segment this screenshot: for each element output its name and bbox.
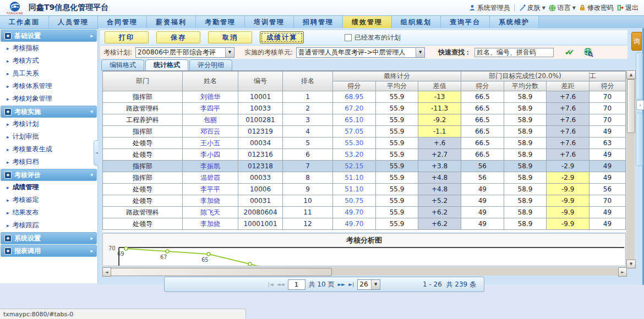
cell-name-link[interactable]: 李四平 bbox=[183, 103, 238, 114]
col-final-score[interactable]: 得分 bbox=[333, 81, 376, 91]
confirm-check-icon[interactable]: ✔✔ bbox=[565, 48, 571, 57]
vertical-scroll-thumb[interactable] bbox=[627, 79, 635, 133]
col-final-avg[interactable]: 平均分 bbox=[375, 81, 418, 91]
nav-tab-8[interactable]: 绩效管理 bbox=[343, 16, 392, 29]
scroll-down-icon[interactable]: ▼ bbox=[626, 260, 636, 268]
table-row-7[interactable]: 指挥部李振凯012318752.1555.9+3.85658.9-2.949 bbox=[103, 161, 626, 172]
sidebar-item-1-5[interactable]: ▸考核对象管理 bbox=[0, 92, 97, 105]
view-tab-1[interactable]: 编辑格式 bbox=[101, 59, 144, 70]
table-row-12[interactable]: 处领导李加烧100010011249.7055.9+6.24958.9-9.94… bbox=[103, 218, 626, 230]
query-side-tab[interactable]: 询 bbox=[631, 32, 642, 51]
nav-tab-10[interactable]: 查询平台 bbox=[441, 16, 490, 29]
cell-name-link[interactable]: 王小五 bbox=[183, 138, 238, 149]
nav-tab-6[interactable]: 培训管理 bbox=[245, 16, 294, 29]
cell-name-link[interactable]: 包丽 bbox=[183, 114, 238, 126]
table-row-5[interactable]: 处领导王小五00034555.3055.9+.666.558.9+7.663 bbox=[103, 138, 626, 149]
page-number-input[interactable] bbox=[288, 279, 305, 290]
sidebar-item-3-2[interactable]: ▸考核鉴定 bbox=[0, 194, 97, 206]
col-next-score[interactable]: 得分 bbox=[590, 81, 626, 91]
sidebar-group-5[interactable]: ◆报表调用▸ bbox=[1, 245, 97, 257]
skin-menu[interactable]: 皮肤▼ bbox=[519, 3, 545, 13]
current-user[interactable]: 系统管理员 bbox=[469, 3, 510, 13]
cell-name-link[interactable]: 李小四 bbox=[183, 149, 238, 161]
table-row-6[interactable]: 处领导李小四012316653.2055.9+2.766.558.9+7.649 bbox=[103, 149, 626, 161]
table-row-4[interactable]: 指挥部邓百云012319457.0555.9-1.166.558.9+7.649 bbox=[103, 126, 626, 138]
published-plan-checkbox[interactable] bbox=[345, 34, 352, 41]
col-name[interactable]: 姓名 bbox=[183, 72, 238, 91]
nav-tab-1[interactable]: 工作桌面 bbox=[0, 16, 49, 29]
unit-select[interactable]: 普通管理人员年度考评->中层管理人 ▼ bbox=[296, 47, 425, 58]
page-size-select[interactable]: 26 ▼ bbox=[357, 279, 380, 290]
tongxin-logo-icon bbox=[9, 1, 20, 12]
nav-tab-3[interactable]: 合同管理 bbox=[98, 16, 147, 29]
col-final-diff[interactable]: 差值 bbox=[418, 81, 461, 91]
sidebar-item-2-2[interactable]: ▸计划审批 bbox=[0, 130, 97, 143]
change-password[interactable]: 修改密码 bbox=[579, 3, 614, 13]
cell-name-link[interactable]: 李振凯 bbox=[183, 161, 238, 172]
cell-name-link[interactable]: 李加烧 bbox=[183, 195, 238, 207]
cell-name-link[interactable]: 陈飞天 bbox=[183, 207, 238, 218]
cell-name-link[interactable]: 李平平 bbox=[183, 184, 238, 195]
sidebar-group-4[interactable]: ◆系统设置▸ bbox=[1, 232, 97, 244]
nav-tab-4[interactable]: 薪资福利 bbox=[147, 16, 196, 29]
cancel-button[interactable]: 取消 bbox=[208, 31, 252, 43]
sidebar-group-3[interactable]: ◆考核评价▾ bbox=[1, 169, 97, 181]
table-row-9[interactable]: 处领导李平平10006951.1055.9+4.84958.9-9.956 bbox=[103, 184, 626, 195]
sidebar-item-3-4[interactable]: ▸考核跟踪 bbox=[0, 219, 97, 232]
view-tab-2[interactable]: 统计格式 bbox=[145, 59, 188, 70]
nav-tab-11[interactable]: 系统维护 bbox=[490, 16, 539, 29]
right-panel-strip[interactable] bbox=[636, 52, 643, 100]
quick-search-label: 快速查找： bbox=[438, 48, 471, 57]
horizontal-scroll-thumb[interactable] bbox=[111, 268, 332, 276]
sidebar-item-1-3[interactable]: ▸员工关系 bbox=[0, 67, 97, 80]
nav-tab-7[interactable]: 招聘管理 bbox=[294, 16, 343, 29]
right-panel-strip[interactable] bbox=[636, 113, 643, 166]
score-calc-button[interactable]: 成绩计算 bbox=[260, 31, 304, 43]
last-page-icon[interactable]: ►| bbox=[348, 282, 354, 287]
logout[interactable]: 退出 bbox=[617, 3, 638, 13]
plan-select[interactable]: 200806中层干部综合考评 ▼ bbox=[135, 47, 234, 58]
col-goal-gap[interactable]: 差距 bbox=[547, 81, 590, 91]
view-tab-3[interactable]: 评分明细 bbox=[189, 59, 232, 70]
sidebar-item-3-1[interactable]: ▸成绩管理 bbox=[0, 181, 97, 194]
search-globe-icon[interactable] bbox=[583, 47, 593, 57]
nav-tab-5[interactable]: 考勤管理 bbox=[196, 16, 245, 29]
sidebar-item-2-1[interactable]: ▸考核计划 bbox=[0, 118, 97, 130]
language-menu[interactable]: 语言▼ bbox=[549, 3, 576, 13]
next-page-icon[interactable]: ►► bbox=[337, 282, 345, 287]
quick-search-input[interactable] bbox=[474, 48, 554, 57]
scroll-up-icon[interactable]: ▲ bbox=[626, 70, 636, 79]
save-button[interactable]: 保存 bbox=[156, 31, 200, 43]
table-row-3[interactable]: 工程养护科包丽0100281365.1055.9-9.266.558.9+7.6… bbox=[103, 114, 626, 126]
col-dept[interactable]: 部门 bbox=[103, 72, 183, 91]
col-goal-score[interactable]: 得分 bbox=[461, 81, 504, 91]
col-goal-avg[interactable]: 平均分数 bbox=[504, 81, 547, 91]
cell-name-link[interactable]: 李加烧 bbox=[183, 218, 238, 230]
table-row-11[interactable]: 路政管理科陈飞天200806041149.7055.9+6.24958.9-9.… bbox=[103, 207, 626, 218]
right-panel-expand-icon[interactable]: › bbox=[636, 100, 644, 110]
cell-name-link[interactable]: 温碧霞 bbox=[183, 172, 238, 184]
cell-name-link[interactable]: 刘德华 bbox=[183, 91, 238, 103]
table-row-10[interactable]: 处领导李加烧000311050.7555.9+5.24958.9-9.970 bbox=[103, 195, 626, 207]
print-button[interactable]: 打印 bbox=[105, 31, 149, 43]
sidebar-group-1[interactable]: ◆基础设置▸ bbox=[1, 30, 97, 42]
sidebar-item-2-4[interactable]: ▸考核归档 bbox=[0, 156, 97, 168]
sidebar-item-2-3[interactable]: ▸考核量表生成 bbox=[0, 143, 97, 156]
table-row-1[interactable]: 指挥部刘德华10001168.9555.9-1366.558.9+7.670 bbox=[103, 91, 626, 103]
scroll-right-icon[interactable]: ► bbox=[618, 267, 627, 277]
sidebar-item-1-4[interactable]: ▸考核体系管理 bbox=[0, 80, 97, 92]
col-rank[interactable]: 排名 bbox=[283, 72, 333, 91]
first-page-icon[interactable]: |◄ bbox=[268, 282, 274, 287]
prev-page-icon[interactable]: ◄◄ bbox=[277, 282, 285, 287]
cell-name-link[interactable]: 邓百云 bbox=[183, 126, 238, 138]
sidebar-item-3-3[interactable]: ▸结果发布 bbox=[0, 206, 97, 219]
col-code[interactable]: 编号 bbox=[238, 72, 283, 91]
nav-tab-2[interactable]: 人员管理 bbox=[49, 16, 98, 29]
nav-tab-9[interactable]: 组织规划 bbox=[392, 16, 441, 29]
scroll-left-icon[interactable]: ◄ bbox=[102, 267, 111, 277]
sidebar-item-1-1[interactable]: ▸考核指标 bbox=[0, 42, 97, 54]
sidebar-item-1-2[interactable]: ▸考核方式 bbox=[0, 54, 97, 67]
sidebar-group-2[interactable]: ◆考核实施▾ bbox=[1, 106, 97, 118]
table-row-2[interactable]: 路政管理科李四平10033267.2055.9-11.366.558.9+7.6… bbox=[103, 103, 626, 114]
table-row-8[interactable]: 指挥部温碧霞00033851.1055.9+4.85658.9-2.949 bbox=[103, 172, 626, 184]
